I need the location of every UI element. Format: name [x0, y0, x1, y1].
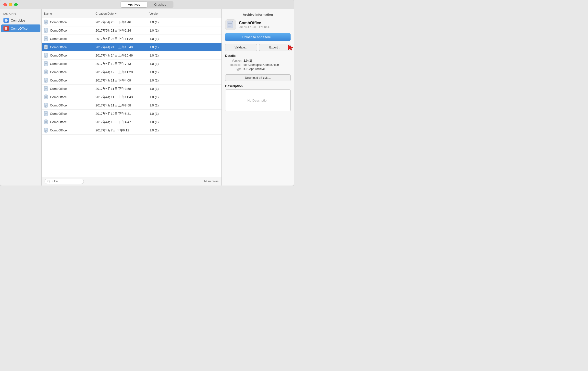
- list-row[interactable]: CombOffice 2017年4月10日 下午4:471.0 (1): [42, 118, 221, 126]
- row-cell-version: 1.0 (1): [147, 62, 221, 66]
- export-button[interactable]: Export...: [259, 44, 291, 51]
- description-placeholder: No Description: [247, 99, 268, 102]
- row-cell-name: CombOffice: [42, 94, 93, 100]
- comboffice-app-icon: [3, 26, 9, 31]
- row-cell-version: 1.0 (1): [147, 104, 221, 107]
- list-row[interactable]: CombOffice 2017年4月12日 上午11:201.0 (1): [42, 68, 221, 76]
- file-icon: [44, 111, 49, 116]
- row-cell-date: 2017年4月11日 上午11:43: [93, 95, 147, 99]
- row-cell-name: CombOffice: [42, 70, 93, 75]
- svg-point-0: [5, 19, 8, 22]
- main-window: Archives Crashes iOS Apps CombLive CombO…: [0, 0, 294, 186]
- col-header-date[interactable]: Creation Date ▼: [93, 12, 147, 15]
- list-row[interactable]: CombOffice 2017年4月24日 上午10:491.0 (1): [42, 43, 221, 51]
- description-title: Description: [225, 84, 291, 88]
- filter-box: [45, 179, 84, 184]
- detail-value-version: 1.0 (1): [244, 59, 291, 62]
- tab-group: Archives Crashes: [121, 1, 173, 8]
- maximize-button[interactable]: [14, 3, 18, 6]
- comblive-app-icon: [3, 18, 9, 23]
- sidebar-item-comboffice-label: CombOffice: [11, 27, 27, 30]
- right-panel: Archive Information CombOffice 2017年4月24…: [222, 9, 294, 186]
- detail-label-version: Version: [225, 59, 244, 62]
- row-cell-version: 1.0 (1): [147, 112, 221, 116]
- tab-archives[interactable]: Archives: [121, 2, 147, 7]
- row-cell-name: CombOffice: [42, 111, 93, 116]
- row-cell-date: 2017年4月19日 下午7:13: [93, 62, 147, 66]
- row-cell-date: 2017年4月10日 下午5:31: [93, 112, 147, 116]
- sidebar-item-comblive-label: CombLive: [11, 19, 25, 22]
- archive-info-header: CombOffice 2017年4月24日 上午10:49: [225, 19, 291, 30]
- list-row[interactable]: CombOffice 2017年4月24日 上午11:291.0 (1): [42, 35, 221, 43]
- row-cell-date: 2017年4月7日 下午6:12: [93, 128, 147, 133]
- archive-app-date: 2017年4月24日 上午10:49: [239, 25, 270, 29]
- titlebar: Archives Crashes: [0, 0, 294, 9]
- row-cell-name: CombOffice: [42, 119, 93, 125]
- row-cell-name: CombOffice: [42, 128, 93, 133]
- close-button[interactable]: [3, 3, 7, 6]
- row-cell-version: 1.0 (1): [147, 95, 221, 99]
- sidebar: iOS Apps CombLive CombOffice: [0, 9, 42, 186]
- row-cell-date: 2017年4月24日 上午10:46: [93, 53, 147, 58]
- row-cell-name: CombOffice: [42, 20, 93, 25]
- list-row[interactable]: CombOffice 2017年5月23日 下午2:241.0 (1): [42, 26, 221, 35]
- file-icon: [44, 94, 49, 100]
- file-icon: [44, 70, 49, 75]
- list-row[interactable]: CombOffice 2017年4月11日 上午11:431.0 (1): [42, 93, 221, 101]
- sidebar-item-comboffice[interactable]: CombOffice: [1, 24, 40, 32]
- details-section: Details Version 1.0 (1) Identifier com.c…: [225, 54, 291, 71]
- filter-input[interactable]: [52, 180, 81, 183]
- row-cell-date: 2017年4月24日 上午10:49: [93, 45, 147, 49]
- main-content: iOS Apps CombLive CombOffice Name Creati…: [0, 9, 294, 186]
- row-cell-version: 1.0 (1): [147, 29, 221, 32]
- list-row[interactable]: CombOffice 2017年4月11日 下午4:091.0 (1): [42, 76, 221, 85]
- list-row[interactable]: CombOffice 2017年4月10日 下午5:311.0 (1): [42, 110, 221, 118]
- list-row[interactable]: CombOffice 2017年4月7日 下午6:121.0 (1): [42, 126, 221, 135]
- upload-button[interactable]: Upload to App Store...: [225, 33, 291, 41]
- svg-point-72: [48, 180, 49, 182]
- list-row[interactable]: CombOffice 2017年4月24日 上午10:461.0 (1): [42, 51, 221, 60]
- row-cell-name: CombOffice: [42, 45, 93, 50]
- validate-button[interactable]: Validate...: [225, 44, 257, 51]
- row-cell-name: CombOffice: [42, 103, 93, 108]
- archive-app-info: CombOffice 2017年4月24日 上午10:49: [239, 21, 270, 29]
- detail-value-type: iOS App Archive: [244, 67, 291, 71]
- sort-arrow-icon: ▼: [115, 12, 117, 15]
- svg-line-73: [49, 182, 50, 183]
- tab-crashes[interactable]: Crashes: [147, 2, 173, 7]
- row-cell-version: 1.0 (1): [147, 120, 221, 124]
- row-cell-date: 2017年4月12日 上午11:20: [93, 70, 147, 74]
- list-body: CombOffice 2017年5月26日 下午1:461.0 (1) Comb…: [42, 18, 221, 177]
- row-cell-version: 1.0 (1): [147, 37, 221, 41]
- file-icon: [44, 45, 49, 50]
- row-cell-name: CombOffice: [42, 53, 93, 58]
- list-row[interactable]: CombOffice 2017年4月11日 下午3:581.0 (1): [42, 85, 221, 93]
- detail-value-identifier: com.combplus.CombOffice: [244, 63, 291, 67]
- list-header: Name Creation Date ▼ Version: [42, 9, 221, 18]
- row-cell-name: CombOffice: [42, 61, 93, 67]
- list-row[interactable]: CombOffice 2017年4月19日 下午7:131.0 (1): [42, 60, 221, 68]
- row-cell-version: 1.0 (1): [147, 79, 221, 82]
- download-dsyms-button[interactable]: Download dSYMs...: [225, 74, 291, 81]
- file-icon: [44, 36, 49, 42]
- list-row[interactable]: CombOffice 2017年5月26日 下午1:461.0 (1): [42, 18, 221, 26]
- col-header-version[interactable]: Version: [147, 12, 221, 15]
- description-box[interactable]: No Description: [225, 89, 291, 111]
- file-icon: [44, 119, 49, 125]
- details-title: Details: [225, 54, 291, 58]
- row-cell-version: 1.0 (1): [147, 45, 221, 49]
- file-icon: [44, 86, 49, 92]
- row-cell-date: 2017年4月11日 上午8:58: [93, 103, 147, 108]
- detail-label-type: Type: [225, 67, 244, 71]
- col-header-name[interactable]: Name: [42, 12, 93, 15]
- row-cell-date: 2017年4月24日 上午11:29: [93, 37, 147, 41]
- file-icon: [44, 103, 49, 108]
- svg-rect-1: [5, 27, 7, 30]
- file-icon: [44, 20, 49, 25]
- file-icon: [44, 28, 49, 33]
- row-cell-version: 1.0 (1): [147, 70, 221, 74]
- sidebar-item-comblive[interactable]: CombLive: [1, 16, 40, 24]
- minimize-button[interactable]: [9, 3, 12, 6]
- panel-title: Archive Information: [225, 13, 291, 16]
- list-row[interactable]: CombOffice 2017年4月11日 上午8:581.0 (1): [42, 101, 221, 110]
